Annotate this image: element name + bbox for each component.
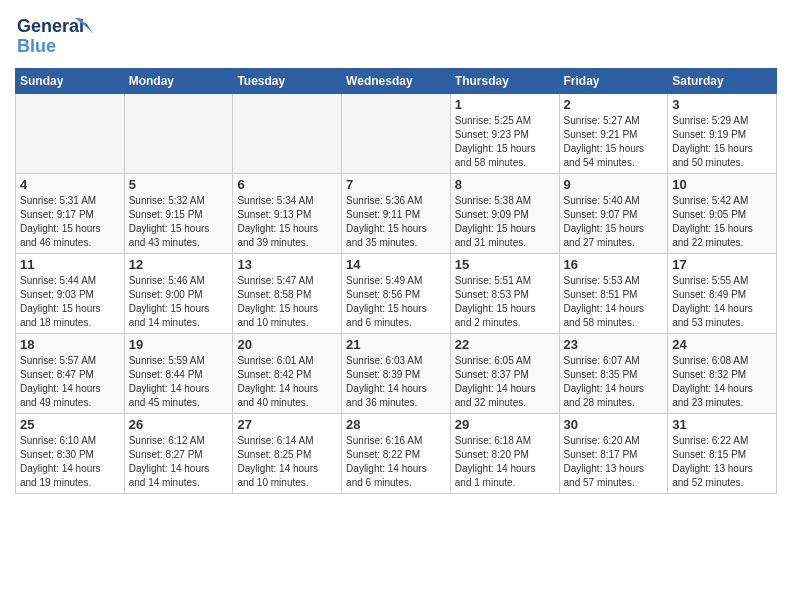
- day-number: 9: [564, 177, 664, 192]
- logo: GeneralBlue: [15, 10, 95, 60]
- calendar-cell: 18Sunrise: 5:57 AM Sunset: 8:47 PM Dayli…: [16, 334, 125, 414]
- calendar-cell: 2Sunrise: 5:27 AM Sunset: 9:21 PM Daylig…: [559, 94, 668, 174]
- day-number: 5: [129, 177, 229, 192]
- day-number: 7: [346, 177, 446, 192]
- day-number: 31: [672, 417, 772, 432]
- calendar-header-row: SundayMondayTuesdayWednesdayThursdayFrid…: [16, 69, 777, 94]
- calendar-cell: 27Sunrise: 6:14 AM Sunset: 8:25 PM Dayli…: [233, 414, 342, 494]
- calendar-cell: 14Sunrise: 5:49 AM Sunset: 8:56 PM Dayli…: [342, 254, 451, 334]
- calendar-cell: 19Sunrise: 5:59 AM Sunset: 8:44 PM Dayli…: [124, 334, 233, 414]
- calendar-cell: 1Sunrise: 5:25 AM Sunset: 9:23 PM Daylig…: [450, 94, 559, 174]
- day-info: Sunrise: 6:22 AM Sunset: 8:15 PM Dayligh…: [672, 434, 772, 490]
- day-header-sunday: Sunday: [16, 69, 125, 94]
- day-number: 15: [455, 257, 555, 272]
- day-number: 1: [455, 97, 555, 112]
- day-header-saturday: Saturday: [668, 69, 777, 94]
- day-info: Sunrise: 6:08 AM Sunset: 8:32 PM Dayligh…: [672, 354, 772, 410]
- day-number: 25: [20, 417, 120, 432]
- calendar-table: SundayMondayTuesdayWednesdayThursdayFrid…: [15, 68, 777, 494]
- page-header: GeneralBlue: [15, 10, 777, 60]
- day-info: Sunrise: 5:25 AM Sunset: 9:23 PM Dayligh…: [455, 114, 555, 170]
- day-info: Sunrise: 6:12 AM Sunset: 8:27 PM Dayligh…: [129, 434, 229, 490]
- day-number: 17: [672, 257, 772, 272]
- day-number: 8: [455, 177, 555, 192]
- day-number: 26: [129, 417, 229, 432]
- day-info: Sunrise: 5:59 AM Sunset: 8:44 PM Dayligh…: [129, 354, 229, 410]
- calendar-cell: 22Sunrise: 6:05 AM Sunset: 8:37 PM Dayli…: [450, 334, 559, 414]
- day-info: Sunrise: 5:57 AM Sunset: 8:47 PM Dayligh…: [20, 354, 120, 410]
- calendar-cell: 12Sunrise: 5:46 AM Sunset: 9:00 PM Dayli…: [124, 254, 233, 334]
- day-number: 6: [237, 177, 337, 192]
- calendar-cell: 24Sunrise: 6:08 AM Sunset: 8:32 PM Dayli…: [668, 334, 777, 414]
- logo-icon: GeneralBlue: [15, 10, 95, 60]
- day-number: 22: [455, 337, 555, 352]
- calendar-cell: [124, 94, 233, 174]
- day-number: 20: [237, 337, 337, 352]
- day-info: Sunrise: 5:51 AM Sunset: 8:53 PM Dayligh…: [455, 274, 555, 330]
- day-number: 13: [237, 257, 337, 272]
- day-info: Sunrise: 5:47 AM Sunset: 8:58 PM Dayligh…: [237, 274, 337, 330]
- day-info: Sunrise: 5:46 AM Sunset: 9:00 PM Dayligh…: [129, 274, 229, 330]
- day-info: Sunrise: 5:31 AM Sunset: 9:17 PM Dayligh…: [20, 194, 120, 250]
- calendar-cell: 5Sunrise: 5:32 AM Sunset: 9:15 PM Daylig…: [124, 174, 233, 254]
- calendar-cell: 13Sunrise: 5:47 AM Sunset: 8:58 PM Dayli…: [233, 254, 342, 334]
- calendar-cell: 16Sunrise: 5:53 AM Sunset: 8:51 PM Dayli…: [559, 254, 668, 334]
- day-info: Sunrise: 6:03 AM Sunset: 8:39 PM Dayligh…: [346, 354, 446, 410]
- day-info: Sunrise: 5:42 AM Sunset: 9:05 PM Dayligh…: [672, 194, 772, 250]
- day-number: 27: [237, 417, 337, 432]
- day-info: Sunrise: 5:40 AM Sunset: 9:07 PM Dayligh…: [564, 194, 664, 250]
- svg-marker-3: [83, 22, 93, 34]
- day-number: 21: [346, 337, 446, 352]
- day-info: Sunrise: 5:55 AM Sunset: 8:49 PM Dayligh…: [672, 274, 772, 330]
- day-info: Sunrise: 5:34 AM Sunset: 9:13 PM Dayligh…: [237, 194, 337, 250]
- calendar-cell: [233, 94, 342, 174]
- day-number: 2: [564, 97, 664, 112]
- calendar-week-row: 18Sunrise: 5:57 AM Sunset: 8:47 PM Dayli…: [16, 334, 777, 414]
- calendar-week-row: 25Sunrise: 6:10 AM Sunset: 8:30 PM Dayli…: [16, 414, 777, 494]
- day-info: Sunrise: 6:14 AM Sunset: 8:25 PM Dayligh…: [237, 434, 337, 490]
- day-info: Sunrise: 6:01 AM Sunset: 8:42 PM Dayligh…: [237, 354, 337, 410]
- day-header-monday: Monday: [124, 69, 233, 94]
- day-info: Sunrise: 5:49 AM Sunset: 8:56 PM Dayligh…: [346, 274, 446, 330]
- day-number: 4: [20, 177, 120, 192]
- day-number: 19: [129, 337, 229, 352]
- day-info: Sunrise: 5:32 AM Sunset: 9:15 PM Dayligh…: [129, 194, 229, 250]
- day-number: 23: [564, 337, 664, 352]
- calendar-cell: [16, 94, 125, 174]
- day-number: 29: [455, 417, 555, 432]
- day-info: Sunrise: 5:29 AM Sunset: 9:19 PM Dayligh…: [672, 114, 772, 170]
- calendar-week-row: 11Sunrise: 5:44 AM Sunset: 9:03 PM Dayli…: [16, 254, 777, 334]
- day-number: 16: [564, 257, 664, 272]
- day-number: 28: [346, 417, 446, 432]
- day-number: 12: [129, 257, 229, 272]
- day-header-wednesday: Wednesday: [342, 69, 451, 94]
- calendar-cell: [342, 94, 451, 174]
- day-number: 11: [20, 257, 120, 272]
- calendar-cell: 3Sunrise: 5:29 AM Sunset: 9:19 PM Daylig…: [668, 94, 777, 174]
- day-number: 3: [672, 97, 772, 112]
- calendar-cell: 6Sunrise: 5:34 AM Sunset: 9:13 PM Daylig…: [233, 174, 342, 254]
- calendar-cell: 15Sunrise: 5:51 AM Sunset: 8:53 PM Dayli…: [450, 254, 559, 334]
- day-number: 30: [564, 417, 664, 432]
- calendar-cell: 17Sunrise: 5:55 AM Sunset: 8:49 PM Dayli…: [668, 254, 777, 334]
- day-header-friday: Friday: [559, 69, 668, 94]
- calendar-cell: 7Sunrise: 5:36 AM Sunset: 9:11 PM Daylig…: [342, 174, 451, 254]
- calendar-week-row: 4Sunrise: 5:31 AM Sunset: 9:17 PM Daylig…: [16, 174, 777, 254]
- day-number: 24: [672, 337, 772, 352]
- day-info: Sunrise: 5:38 AM Sunset: 9:09 PM Dayligh…: [455, 194, 555, 250]
- calendar-cell: 26Sunrise: 6:12 AM Sunset: 8:27 PM Dayli…: [124, 414, 233, 494]
- calendar-cell: 4Sunrise: 5:31 AM Sunset: 9:17 PM Daylig…: [16, 174, 125, 254]
- day-info: Sunrise: 5:27 AM Sunset: 9:21 PM Dayligh…: [564, 114, 664, 170]
- calendar-cell: 23Sunrise: 6:07 AM Sunset: 8:35 PM Dayli…: [559, 334, 668, 414]
- day-info: Sunrise: 5:36 AM Sunset: 9:11 PM Dayligh…: [346, 194, 446, 250]
- calendar-cell: 25Sunrise: 6:10 AM Sunset: 8:30 PM Dayli…: [16, 414, 125, 494]
- day-info: Sunrise: 6:18 AM Sunset: 8:20 PM Dayligh…: [455, 434, 555, 490]
- calendar-cell: 31Sunrise: 6:22 AM Sunset: 8:15 PM Dayli…: [668, 414, 777, 494]
- day-number: 14: [346, 257, 446, 272]
- day-number: 10: [672, 177, 772, 192]
- day-number: 18: [20, 337, 120, 352]
- day-info: Sunrise: 6:10 AM Sunset: 8:30 PM Dayligh…: [20, 434, 120, 490]
- day-info: Sunrise: 6:05 AM Sunset: 8:37 PM Dayligh…: [455, 354, 555, 410]
- calendar-cell: 30Sunrise: 6:20 AM Sunset: 8:17 PM Dayli…: [559, 414, 668, 494]
- day-info: Sunrise: 6:07 AM Sunset: 8:35 PM Dayligh…: [564, 354, 664, 410]
